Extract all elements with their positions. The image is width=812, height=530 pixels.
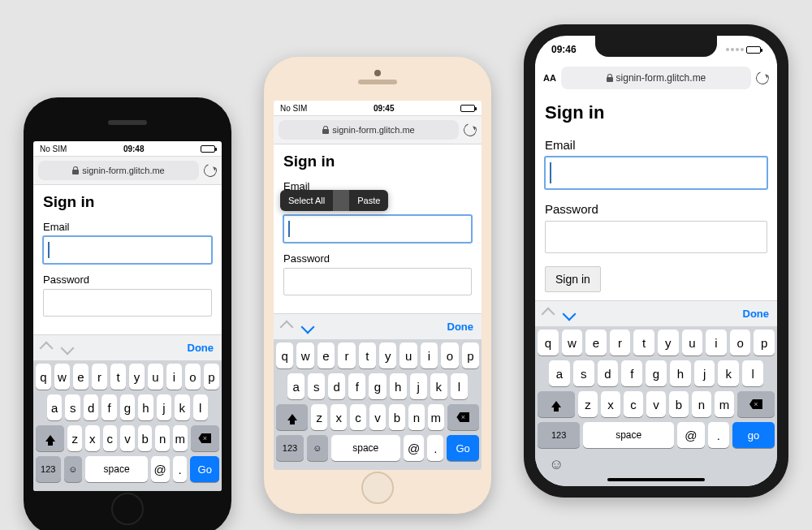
key-d[interactable]: d [84, 394, 98, 420]
key-e[interactable]: e [317, 343, 335, 368]
email-field[interactable] [545, 157, 767, 189]
key-p[interactable]: p [204, 364, 219, 390]
go-key[interactable]: Go [447, 435, 479, 461]
key-u[interactable]: u [148, 364, 163, 390]
text-size-button[interactable]: AA [543, 73, 556, 83]
url-field[interactable]: signin-form.glitch.me [279, 120, 459, 140]
chevron-down-icon[interactable] [563, 307, 577, 321]
key-m[interactable]: m [173, 425, 188, 451]
key-n[interactable]: n [155, 425, 170, 451]
key-g[interactable]: g [646, 360, 667, 386]
key-l[interactable]: l [193, 394, 208, 420]
key-i[interactable]: i [706, 330, 727, 355]
numbers-key[interactable]: 123 [276, 435, 304, 461]
key-o[interactable]: o [441, 343, 458, 368]
chevron-up-icon[interactable] [280, 320, 294, 334]
key-n[interactable]: n [692, 391, 711, 417]
key-b[interactable]: b [669, 391, 689, 417]
key-c[interactable]: c [103, 425, 118, 451]
key-u[interactable]: u [400, 343, 417, 368]
key-q[interactable]: q [276, 343, 293, 368]
key-t[interactable]: t [110, 364, 126, 390]
chevron-down-icon[interactable] [301, 320, 315, 334]
shift-key[interactable] [36, 425, 64, 451]
key-s[interactable]: s [308, 373, 325, 399]
key-f[interactable]: f [348, 373, 365, 399]
key-a[interactable]: a [549, 360, 570, 386]
key-r[interactable]: r [338, 343, 355, 368]
key-c[interactable]: c [624, 391, 643, 417]
key-h[interactable]: h [390, 373, 407, 399]
form-nav-arrows[interactable] [543, 309, 574, 319]
keyboard-done-button[interactable]: Done [743, 308, 770, 320]
key-e[interactable]: e [585, 330, 607, 355]
at-key[interactable]: @ [404, 435, 425, 461]
key-r[interactable]: r [610, 330, 631, 355]
numbers-key[interactable]: 123 [538, 422, 580, 448]
key-j[interactable]: j [410, 373, 427, 399]
key-w[interactable]: w [562, 330, 583, 355]
key-q[interactable]: q [36, 364, 51, 390]
key-u[interactable]: u [682, 330, 703, 355]
emoji-key[interactable]: ☺ [549, 456, 564, 473]
key-s[interactable]: s [65, 394, 80, 420]
key-j[interactable]: j [694, 360, 715, 386]
go-key[interactable]: go [732, 422, 775, 448]
key-z[interactable]: z [67, 425, 82, 451]
key-o[interactable]: o [730, 330, 751, 355]
password-field[interactable] [283, 268, 472, 295]
home-button[interactable] [111, 493, 144, 525]
key-f[interactable]: f [102, 394, 116, 420]
key-d[interactable]: d [598, 360, 619, 386]
key-z[interactable]: z [311, 404, 327, 430]
key-i[interactable]: i [166, 364, 182, 390]
key-v[interactable]: v [369, 404, 386, 430]
form-nav-arrows[interactable] [282, 322, 313, 332]
delete-key[interactable]: × [447, 404, 479, 430]
chevron-down-icon[interactable] [61, 341, 75, 355]
dot-key[interactable]: . [708, 422, 729, 448]
key-k[interactable]: k [430, 373, 447, 399]
key-j[interactable]: j [157, 394, 171, 420]
key-w[interactable]: w [54, 364, 70, 390]
dot-key[interactable]: . [427, 435, 443, 461]
space-key[interactable]: space [331, 435, 400, 461]
space-key[interactable]: space [85, 456, 147, 482]
delete-key[interactable]: × [191, 425, 219, 451]
key-b[interactable]: b [389, 404, 405, 430]
key-i[interactable]: i [421, 343, 438, 368]
chevron-up-icon[interactable] [542, 307, 555, 321]
context-paste[interactable]: Paste [349, 190, 388, 211]
shift-key[interactable] [276, 404, 308, 430]
key-a[interactable]: a [47, 394, 62, 420]
key-z[interactable]: z [578, 391, 598, 417]
signin-button[interactable]: Sign in [545, 266, 601, 292]
home-button[interactable] [361, 472, 394, 504]
key-g[interactable]: g [120, 394, 135, 420]
key-x[interactable]: x [601, 391, 620, 417]
dot-key[interactable]: . [173, 456, 188, 482]
form-nav-arrows[interactable] [41, 343, 72, 353]
key-h[interactable]: h [670, 360, 691, 386]
home-indicator[interactable] [607, 478, 705, 481]
at-key[interactable]: @ [677, 422, 705, 448]
password-field[interactable] [43, 289, 212, 317]
key-x[interactable]: x [85, 425, 100, 451]
space-key[interactable]: space [583, 422, 674, 448]
numbers-key[interactable]: 123 [36, 456, 61, 482]
key-e[interactable]: e [73, 364, 89, 390]
key-a[interactable]: a [287, 373, 304, 399]
email-field[interactable] [283, 215, 472, 243]
keyboard-done-button[interactable]: Done [447, 321, 474, 333]
key-d[interactable]: d [328, 373, 345, 399]
key-m[interactable]: m [715, 391, 734, 417]
go-key[interactable]: Go [190, 456, 219, 482]
key-w[interactable]: w [296, 343, 313, 368]
refresh-icon[interactable] [201, 162, 218, 179]
emoji-key[interactable]: ☺ [64, 456, 83, 482]
url-field[interactable]: signin-form.glitch.me [38, 161, 199, 180]
keyboard-done-button[interactable]: Done [188, 342, 214, 354]
key-v[interactable]: v [120, 425, 135, 451]
key-h[interactable]: h [138, 394, 153, 420]
email-field[interactable] [43, 236, 212, 264]
